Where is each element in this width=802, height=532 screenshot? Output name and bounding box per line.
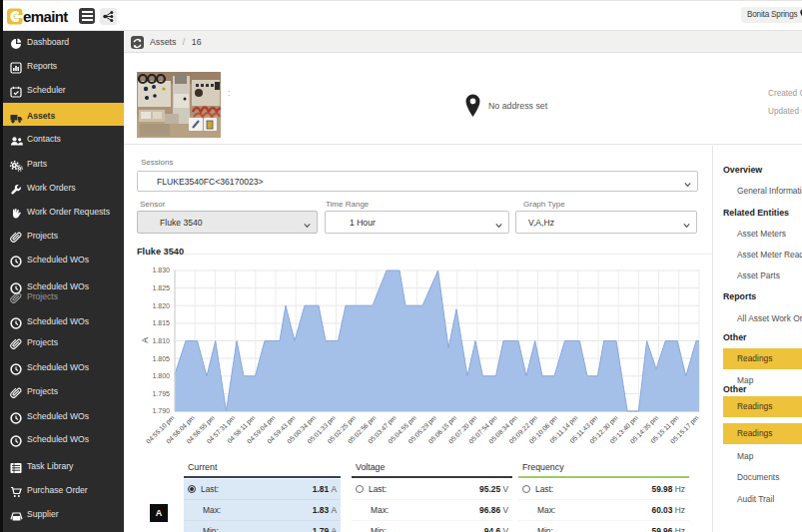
svg-text:1.820: 1.820	[152, 302, 170, 309]
svg-text:1.810: 1.810	[152, 337, 170, 344]
svg-text:1.790: 1.790	[152, 407, 170, 414]
svg-text:1.815: 1.815	[152, 319, 170, 326]
svg-text:1.800: 1.800	[152, 372, 170, 379]
svg-text:1.825: 1.825	[152, 284, 170, 291]
svg-text:1.830: 1.830	[152, 266, 170, 273]
svg-text:1.805: 1.805	[152, 355, 170, 362]
svg-text:A: A	[140, 337, 150, 343]
svg-text:1.795: 1.795	[152, 390, 170, 397]
